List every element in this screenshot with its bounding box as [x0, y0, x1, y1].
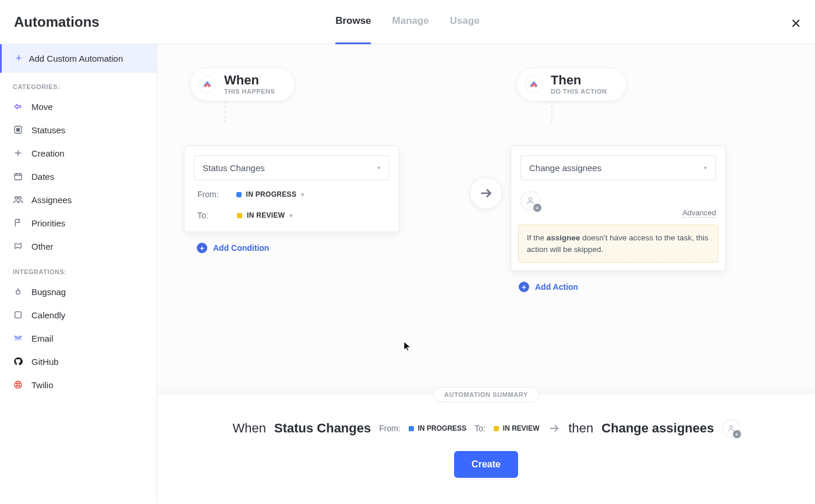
tab-browse[interactable]: Browse — [335, 0, 371, 44]
svg-point-10 — [16, 385, 17, 386]
then-title: Then — [551, 74, 607, 87]
sidebar-item-twilio[interactable]: Twilio — [0, 373, 157, 396]
when-header-pill: When THIS HAPPENS — [190, 68, 295, 101]
sidebar-item-dates[interactable]: Dates — [0, 165, 157, 188]
from-label: From: — [197, 190, 219, 199]
sidebar-item-email[interactable]: Email — [0, 326, 157, 350]
other-icon — [13, 241, 23, 251]
sidebar-item-label: Email — [31, 333, 54, 343]
svg-rect-6 — [15, 312, 22, 318]
to-status-select[interactable]: IN REVIEW ▾ — [237, 211, 293, 219]
when-trigger-card: Status Changes ▾ From: IN PROGRESS ▾ To: — [184, 145, 399, 232]
svg-point-8 — [16, 383, 17, 384]
from-status-value: IN PROGRESS — [246, 190, 297, 198]
add-action-button[interactable]: + Add Action — [519, 282, 578, 292]
assignees-icon — [13, 194, 23, 205]
arrow-right-icon — [548, 422, 561, 435]
sidebar-item-label: Statuses — [31, 125, 65, 135]
summary-action: Change assignees — [601, 421, 714, 436]
header-tabs: Browse Manage Usage — [335, 0, 480, 44]
chevron-down-icon: ▾ — [301, 191, 304, 198]
add-assignee-button[interactable] — [520, 191, 540, 211]
add-custom-label: Add Custom Automation — [29, 54, 123, 63]
sidebar-item-assignees[interactable]: Assignees — [0, 188, 157, 211]
bugsnag-icon — [13, 286, 23, 297]
tab-usage[interactable]: Usage — [450, 0, 480, 44]
svg-rect-1 — [16, 128, 19, 131]
sidebar-item-label: Twilio — [31, 380, 54, 390]
automation-summary-bar: AUTOMATION SUMMARY When Status Changes F… — [157, 393, 815, 504]
sidebar-item-github[interactable]: GitHub — [0, 350, 157, 373]
sidebar-item-label: Dates — [31, 172, 54, 182]
tab-manage[interactable]: Manage — [392, 0, 429, 44]
sidebar-item-priorities[interactable]: Priorities — [0, 211, 157, 235]
add-condition-button[interactable]: + Add Condition — [197, 243, 269, 253]
clickup-logo-icon — [199, 76, 216, 93]
to-label: To: — [197, 211, 219, 220]
github-icon — [13, 356, 23, 367]
when-title: When — [224, 74, 275, 87]
trigger-select-value: Status Changes — [203, 163, 265, 173]
then-header-pill: Then DO THIS ACTION — [516, 68, 627, 101]
summary-trigger: Status Changes — [274, 421, 371, 436]
svg-point-11 — [19, 385, 20, 386]
status-color-dot — [237, 213, 242, 218]
add-custom-automation-button[interactable]: + Add Custom Automation — [0, 44, 157, 73]
connector-line — [225, 101, 226, 123]
then-action-card: Change assignees ▾ Advanced If the assig… — [511, 145, 726, 271]
svg-point-5 — [16, 290, 20, 294]
sidebar: + Add Custom Automation CATEGORIES: Move… — [0, 44, 157, 504]
create-button[interactable]: Create — [454, 451, 518, 478]
summary-from-label: From: — [379, 424, 401, 433]
twilio-icon — [13, 379, 23, 390]
plus-circle-icon: + — [519, 282, 529, 292]
svg-point-4 — [19, 197, 22, 200]
summary-add-assignee-button[interactable] — [722, 420, 740, 437]
trigger-to-row: To: IN REVIEW ▾ — [185, 208, 399, 232]
sidebar-item-label: Assignees — [31, 195, 72, 205]
trigger-select[interactable]: Status Changes ▾ — [194, 155, 389, 180]
svg-point-7 — [15, 381, 22, 388]
priorities-icon — [13, 218, 23, 228]
summary-sentence: When Status Changes From: IN PROGRESS To… — [232, 420, 739, 437]
status-color-dot — [236, 192, 242, 197]
sidebar-item-other[interactable]: Other — [0, 235, 157, 258]
svg-point-3 — [15, 197, 18, 200]
connector-line — [551, 101, 552, 123]
chevron-down-icon: ▾ — [704, 164, 707, 172]
sidebar-item-label: Other — [31, 242, 54, 251]
sidebar-item-label: Priorities — [31, 218, 65, 228]
then-subtitle: DO THIS ACTION — [551, 88, 607, 95]
sidebar-item-label: Calendly — [31, 310, 65, 320]
svg-point-9 — [19, 383, 20, 384]
sidebar-item-calendly[interactable]: Calendly — [0, 303, 157, 326]
sidebar-item-label: GitHub — [31, 357, 59, 367]
svg-point-13 — [729, 425, 732, 428]
summary-to-status: IN REVIEW — [494, 424, 540, 432]
sidebar-item-creation[interactable]: Creation — [0, 141, 157, 165]
creation-icon — [13, 148, 23, 158]
plus-circle-icon: + — [197, 243, 207, 253]
move-icon — [13, 101, 23, 112]
close-icon[interactable]: ✕ — [791, 16, 801, 31]
advanced-link[interactable]: Advanced — [682, 208, 716, 218]
svg-rect-2 — [15, 173, 22, 180]
sidebar-item-label: Bugsnag — [31, 287, 66, 297]
clickup-logo-icon — [525, 76, 543, 93]
page-title: Automations — [14, 14, 100, 30]
calendly-icon — [13, 310, 23, 320]
sidebar-item-move[interactable]: Move — [0, 95, 157, 118]
categories-heading: CATEGORIES: — [0, 73, 157, 95]
assignee-warning: If the assignee doesn't have access to t… — [518, 225, 718, 262]
summary-from-status: IN PROGRESS — [409, 424, 466, 432]
sidebar-item-statuses[interactable]: Statuses — [0, 118, 157, 141]
dates-icon — [13, 171, 23, 182]
sidebar-item-label: Creation — [31, 148, 65, 158]
sidebar-item-bugsnag[interactable]: Bugsnag — [0, 280, 157, 303]
chevron-down-icon: ▾ — [377, 164, 381, 172]
action-select[interactable]: Change assignees ▾ — [520, 155, 716, 180]
summary-to-label: To: — [474, 424, 486, 433]
when-subtitle: THIS HAPPENS — [224, 88, 275, 95]
from-status-select[interactable]: IN PROGRESS ▾ — [236, 190, 305, 198]
action-select-value: Change assignees — [529, 163, 601, 173]
